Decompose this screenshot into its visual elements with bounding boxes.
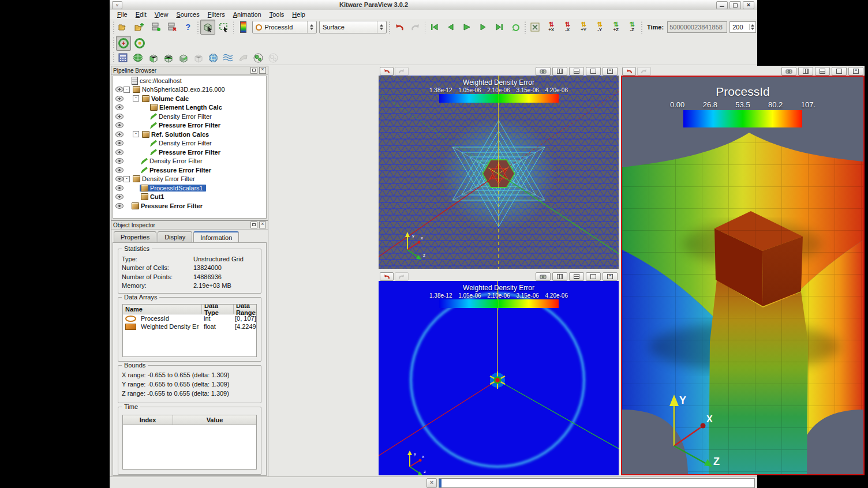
camera-plusy-button[interactable]: ⇅+Y (576, 20, 591, 35)
data-array-row[interactable]: Weighted Density Errorfloat[4.22498e-14,… (123, 322, 256, 331)
close-panel-button[interactable] (259, 222, 266, 228)
view-top-left[interactable]: y x z Weighted Density Error 1.38e-121.0… (379, 66, 619, 269)
pipeline-item[interactable]: Density Error Filter (113, 175, 266, 184)
close-panel-button[interactable] (259, 67, 266, 74)
clip-button[interactable] (131, 51, 145, 65)
render-view-surface[interactable]: y x z Weighted Density Error 1.38e-121.0… (379, 281, 619, 475)
visibility-cell[interactable] (115, 176, 124, 182)
eye-icon[interactable] (115, 185, 124, 191)
menu-edit[interactable]: Edit (132, 10, 151, 18)
eye-icon[interactable] (115, 114, 124, 119)
undo-button[interactable] (392, 20, 407, 35)
split-horizontal-button[interactable] (552, 67, 567, 76)
redo-button[interactable] (408, 20, 423, 35)
eye-icon[interactable] (115, 132, 124, 137)
menu-tools[interactable]: Tools (265, 10, 289, 18)
pipeline-item[interactable]: Density Error Filter (113, 139, 266, 148)
threshold-button[interactable] (176, 51, 190, 65)
visibility-cell[interactable] (115, 104, 124, 110)
abort-button[interactable] (426, 478, 437, 488)
stream-tracer-button[interactable] (221, 51, 235, 65)
minimize-button[interactable] (716, 1, 728, 9)
float-panel-button[interactable] (250, 67, 257, 74)
visibility-cell[interactable] (115, 203, 124, 209)
group-datasets-button[interactable] (251, 51, 265, 65)
visibility-cell[interactable] (115, 122, 124, 128)
window-menu-button[interactable] (112, 1, 122, 9)
open-file-button[interactable] (116, 20, 131, 35)
eye-icon[interactable] (115, 104, 124, 110)
extract-subset-button[interactable] (191, 51, 205, 65)
cut-button[interactable] (161, 51, 175, 65)
time-table[interactable]: IndexValue (122, 415, 257, 470)
pipeline-item[interactable]: Volume Calc (113, 94, 266, 103)
expander-icon[interactable] (124, 87, 130, 93)
expander-icon[interactable] (133, 95, 139, 102)
pipeline-item[interactable]: Element Length Calc (113, 103, 266, 112)
visibility-cell[interactable] (115, 185, 124, 191)
pipeline-item[interactable]: ProcessIdScalars1 (113, 183, 266, 193)
eye-icon[interactable] (115, 96, 124, 102)
render-view-wireframe[interactable]: y x z Weighted Density Error 1.38e-121.0… (379, 76, 619, 269)
camera-minusy-button[interactable]: ⇅-Y (592, 20, 607, 35)
camera-undo-button[interactable] (622, 67, 636, 76)
split-vertical-button[interactable] (569, 272, 584, 281)
eye-icon[interactable] (115, 194, 124, 200)
camera-redo-button[interactable] (637, 67, 651, 76)
calculator-button[interactable] (116, 51, 130, 65)
render-view-processid[interactable]: Y X Z ProcessId 0.0026.853.580.2107. (621, 76, 865, 475)
color-legend[interactable]: ProcessId 0.0026.853.580.2107. (668, 85, 818, 127)
visibility-cell[interactable] (115, 140, 124, 146)
split-vertical-button[interactable] (815, 67, 830, 76)
data-array-row[interactable]: ProcessIdint[0, 107] (123, 314, 256, 322)
maximize-button[interactable] (729, 1, 741, 9)
eye-icon[interactable] (115, 149, 124, 155)
last-frame-button[interactable] (492, 20, 507, 35)
close-view-button[interactable] (848, 67, 863, 76)
menu-filters[interactable]: Filters (204, 10, 229, 18)
menu-view[interactable]: View (151, 10, 173, 18)
first-frame-button[interactable] (427, 20, 442, 35)
close-button[interactable] (743, 1, 754, 9)
camera-minusx-button[interactable]: ⇅-X (560, 20, 575, 35)
adjust-camera-button[interactable] (781, 67, 796, 76)
pipeline-item[interactable]: Pressure Error Filter (113, 148, 266, 157)
eye-icon[interactable] (115, 140, 124, 146)
pipeline-item[interactable]: Pressure Error Filter (113, 166, 266, 175)
color-legend[interactable]: Weighted Density Error 1.38e-121.05e-062… (429, 284, 568, 308)
adjust-camera-button[interactable] (536, 67, 551, 76)
help-button[interactable]: ? (181, 20, 196, 35)
camera-minusz-button[interactable]: ⇅-Z (624, 20, 639, 35)
maximize-view-button[interactable] (832, 67, 847, 76)
tab-display[interactable]: Display (158, 231, 192, 242)
view-bottom-left[interactable]: y x z Weighted Density Error 1.38e-121.0… (379, 271, 619, 475)
disconnect-server-button[interactable] (164, 20, 179, 35)
visibility-cell[interactable] (115, 96, 124, 102)
select-cells-button[interactable] (200, 20, 215, 35)
visibility-cell[interactable] (115, 87, 124, 92)
camera-redo-button[interactable] (395, 67, 409, 76)
warp-button[interactable] (236, 51, 250, 65)
pipeline-item[interactable]: Density Error Filter (113, 112, 266, 121)
visibility-cell[interactable] (115, 194, 124, 200)
split-horizontal-button[interactable] (552, 272, 567, 281)
camera-undo-button[interactable] (380, 272, 394, 281)
pipeline-item[interactable]: NohSpherical3D.exo.216.000 (113, 85, 266, 95)
camera-undo-button[interactable] (380, 67, 394, 76)
load-state-button[interactable] (132, 20, 147, 35)
glyph-button[interactable] (206, 51, 220, 65)
visibility-cell[interactable] (115, 149, 124, 155)
camera-plusz-button[interactable]: ⇅+Z (608, 20, 623, 35)
previous-frame-button[interactable] (443, 20, 458, 35)
rubber-band-select-button[interactable] (216, 20, 231, 35)
eye-icon[interactable] (115, 167, 124, 173)
time-field[interactable]: 500000023841858 (667, 21, 727, 33)
menu-animation[interactable]: Animation (229, 10, 265, 18)
adjust-camera-button[interactable] (536, 272, 551, 281)
eye-icon[interactable] (115, 203, 124, 209)
visibility-cell[interactable] (115, 167, 124, 173)
camera-plusx-button[interactable]: ⇅+X (544, 20, 559, 35)
loop-button[interactable] (508, 20, 523, 35)
frame-spinbox[interactable]: 200 (729, 21, 756, 33)
view-right-active[interactable]: Y X Z ProcessId 0.0026.853.580.2107. (621, 66, 865, 475)
